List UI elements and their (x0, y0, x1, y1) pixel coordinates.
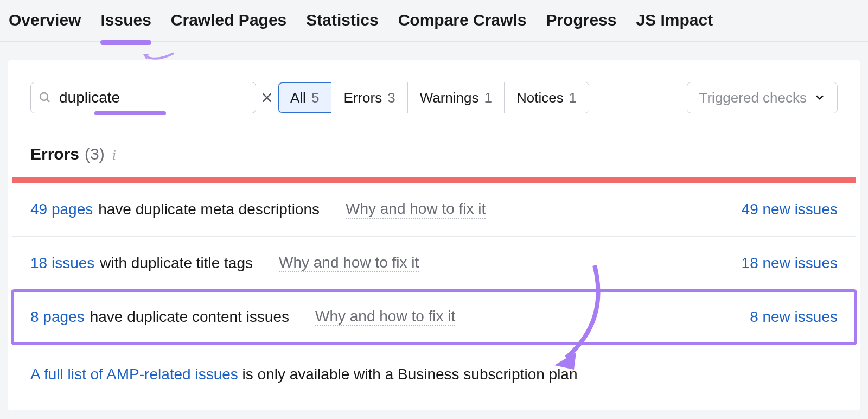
why-fix-link[interactable]: Why and how to fix it (279, 254, 419, 272)
search-box[interactable] (30, 82, 256, 113)
filter-label: Errors (343, 90, 382, 106)
svg-point-0 (40, 93, 48, 100)
issue-count-link[interactable]: 18 issues (30, 255, 94, 272)
issue-row: 18 issues with duplicate title tags Why … (12, 237, 856, 290)
errors-severity-bar (12, 177, 856, 183)
search-input[interactable] (59, 89, 253, 106)
filter-tabs: All 5 Errors 3 Warnings 1 Notices 1 (278, 82, 589, 113)
filter-label: Notices (516, 90, 564, 106)
new-issues-link[interactable]: 18 new issues (742, 255, 838, 272)
chevron-down-icon (814, 90, 825, 106)
issue-description: have duplicate content issues (90, 308, 289, 326)
section-count: (3) (85, 145, 105, 163)
tab-issues[interactable]: Issues (100, 7, 151, 41)
filter-label: Warnings (420, 90, 479, 106)
triggered-checks-dropdown[interactable]: Triggered checks (687, 82, 838, 113)
new-issues-link[interactable]: 8 new issues (750, 308, 838, 326)
issue-row: 49 pages have duplicate meta description… (12, 183, 856, 237)
filter-notices[interactable]: Notices 1 (505, 82, 589, 113)
issues-panel: All 5 Errors 3 Warnings 1 Notices 1 Trig… (8, 60, 860, 410)
tab-compare-crawls[interactable]: Compare Crawls (398, 7, 527, 41)
issue-description: have duplicate meta descriptions (98, 201, 320, 218)
why-fix-link[interactable]: Why and how to fix it (346, 200, 486, 219)
issue-count-link[interactable]: 8 pages (30, 308, 85, 326)
tab-js-impact[interactable]: JS Impact (636, 7, 713, 41)
triggered-checks-label: Triggered checks (699, 90, 807, 106)
filter-count: 1 (484, 90, 492, 106)
why-fix-link[interactable]: Why and how to fix it (315, 308, 455, 326)
filter-all[interactable]: All 5 (278, 82, 331, 113)
issue-description: with duplicate title tags (100, 255, 253, 272)
filter-count: 3 (387, 90, 395, 106)
tab-overview[interactable]: Overview (9, 7, 81, 41)
clear-search-button[interactable] (261, 92, 273, 104)
filter-count: 5 (311, 90, 319, 106)
section-header: Errors (3) i (12, 113, 856, 177)
toolbar: All 5 Errors 3 Warnings 1 Notices 1 Trig… (12, 82, 856, 113)
tab-statistics[interactable]: Statistics (306, 7, 378, 41)
nav-tabs: Overview Issues Crawled Pages Statistics… (0, 0, 868, 42)
svg-line-1 (47, 99, 49, 102)
filter-warnings[interactable]: Warnings 1 (408, 82, 505, 113)
section-title: Errors (30, 145, 79, 163)
info-icon[interactable]: i (110, 147, 116, 163)
filter-label: All (290, 90, 306, 106)
filter-count: 1 (569, 90, 577, 106)
amp-rest-text: is only available with a Business subscr… (238, 366, 578, 383)
search-icon (39, 91, 52, 104)
amp-issues-link[interactable]: A full list of AMP-related issues (30, 366, 238, 383)
amp-upsell-row: A full list of AMP-related issues is onl… (12, 344, 856, 410)
filter-errors[interactable]: Errors 3 (331, 82, 407, 113)
new-issues-link[interactable]: 49 new issues (742, 201, 838, 218)
tab-progress[interactable]: Progress (546, 7, 616, 41)
tab-crawled-pages[interactable]: Crawled Pages (171, 7, 286, 41)
issue-row-highlighted: 8 pages have duplicate content issues Wh… (12, 290, 856, 344)
issue-count-link[interactable]: 49 pages (30, 201, 93, 218)
